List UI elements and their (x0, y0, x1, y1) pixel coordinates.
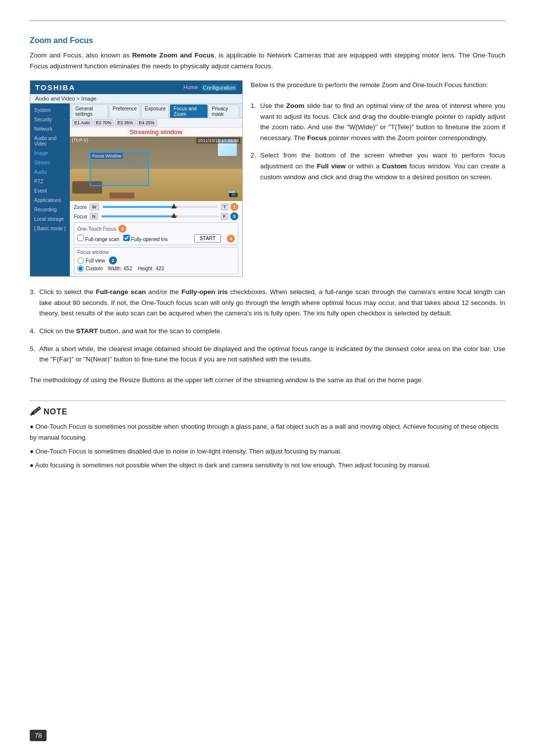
full-range-checkbox[interactable] (77, 235, 84, 241)
step4-num: 4. (30, 326, 35, 337)
sidebar-item-ptz[interactable]: PTZ (30, 177, 70, 186)
checkbox-row: Full-range scan Fully-opened Iris START … (77, 234, 235, 243)
streaming-label: Streaming window (70, 128, 242, 137)
page-number: 78 (30, 730, 47, 741)
cam-header: TOSHIBA Home Configuration (30, 81, 242, 94)
cam-controls: Zoom W T 1 Focus N (70, 201, 242, 276)
step-3: 3. Click to select the Full-range scan a… (30, 287, 505, 319)
note-2: ● One-Touch Focus is sometimes disabled … (30, 446, 505, 457)
page: Zoom and Focus Zoom and Focus, also know… (0, 0, 535, 756)
step4-text: Click on the START button, and wait for … (39, 326, 222, 337)
sidebar-item-network[interactable]: Network (30, 124, 70, 134)
resize-btn-70[interactable]: E2 70% (94, 119, 114, 126)
zoom-t-button[interactable]: T (221, 203, 229, 210)
note-section: 🖉 NOTE ● One-Touch Focus is sometimes no… (30, 401, 505, 471)
zoom-control-row: Zoom W T 1 (74, 203, 238, 211)
sidebar-item-stream[interactable]: Stream (30, 158, 70, 167)
badge-5: 5 (230, 212, 238, 220)
step1-text: Use the Zoom slide bar to find an optima… (260, 101, 505, 143)
tab-exposure[interactable]: Exposure (141, 104, 169, 118)
tab-preference[interactable]: Preference (109, 104, 140, 118)
full-range-checkbox-label[interactable]: Full-range scan (77, 235, 119, 242)
cam-nav-config[interactable]: Configuration (201, 84, 237, 91)
fully-opened-text: Fully-opened Iris (131, 237, 167, 242)
badge-3: 3 (118, 225, 126, 233)
focus-f-button[interactable]: F (221, 213, 229, 220)
step2-num: 2. (251, 150, 256, 182)
focus-window-section: Focus window Full view 2 (74, 247, 238, 274)
steps-list-right: 1. Use the Zoom slide bar to find an opt… (251, 101, 505, 182)
cam-breadcrumb: Audio and Video > Image (30, 94, 242, 103)
step5-num: 5. (30, 344, 35, 365)
tab-privacy-mask[interactable]: Privacy mask (209, 104, 239, 118)
cam-sidebar: System Security Network Audio and Video … (30, 103, 70, 276)
zoom-w-button[interactable]: W (90, 203, 99, 210)
start-button[interactable]: START (194, 234, 221, 243)
note-bullets: ● One-Touch Focus is sometimes not possi… (30, 421, 505, 471)
custom-option[interactable]: Custom Width: 652 Height: 423 (77, 265, 235, 272)
right-col-intro: Below is the procedure to perform the re… (251, 80, 505, 91)
step1-num: 1. (251, 101, 256, 143)
step3-text: Click to select the Full-range scan and/… (39, 287, 505, 319)
full-view-option[interactable]: Full view 2 (77, 256, 235, 264)
step-5: 5. After a short while, the clearest ima… (30, 344, 505, 365)
sidebar-item-applications[interactable]: Applications (30, 196, 70, 205)
intro-bold: Remote Zoom and Focus (132, 51, 214, 59)
cam-nav-home[interactable]: Home (183, 84, 198, 91)
sidebar-item-recording[interactable]: Recording (30, 205, 70, 214)
fully-opened-checkbox[interactable] (123, 235, 130, 241)
step-1: 1. Use the Zoom slide bar to find an opt… (251, 101, 505, 143)
note-icon: 🖉 (30, 406, 40, 417)
sidebar-item-event[interactable]: Event (30, 186, 70, 196)
footer: 78 (30, 730, 47, 741)
badge-4: 4 (227, 235, 235, 243)
resize-btn-auto[interactable]: E1 Auto (72, 119, 93, 126)
note-3: ● Auto focusing is sometimes not possibl… (30, 460, 505, 471)
one-touch-focus-section: One-Touch Focus 3 Full-range scan (74, 222, 238, 245)
resize-btn-25[interactable]: E4 25% (137, 119, 158, 126)
note-1: ● One-Touch Focus is sometimes not possi… (30, 421, 505, 443)
top-border (30, 20, 505, 21)
step3-num: 3. (30, 287, 35, 319)
focus-slider-thumb[interactable] (171, 213, 176, 218)
focus-n-button[interactable]: N (90, 213, 98, 220)
section-title: Zoom and Focus (30, 36, 505, 45)
focus-slider-track[interactable] (102, 215, 218, 217)
badge-2: 2 (109, 256, 117, 264)
intro-text-start: Zoom and Focus, also known as (30, 51, 132, 59)
note-title: NOTE (44, 407, 67, 416)
badge-1: 1 (230, 203, 238, 211)
custom-text: Custom (86, 266, 103, 271)
fully-opened-checkbox-label[interactable]: Fully-opened Iris (123, 235, 168, 242)
zoom-slider-thumb[interactable] (171, 203, 176, 208)
cam-resize-btns: E1 Auto E2 70% E3 35% E4 25% (70, 118, 242, 128)
step2-text: Select from the bottom of the screen whe… (260, 150, 505, 182)
sidebar-item-local-storage[interactable]: Local storage (30, 214, 70, 224)
focus-label: Focus (74, 214, 90, 219)
sidebar-item-basic-mode[interactable]: [ Basic mode ] (30, 224, 70, 233)
focus-window-label: Focus Window (91, 153, 123, 159)
room-table (109, 193, 134, 199)
width-value: 652 (124, 266, 132, 271)
camera-ui: TOSHIBA Home Configuration Audio and Vid… (30, 81, 242, 276)
sidebar-item-image[interactable]: Image (30, 149, 70, 158)
resize-btn-35[interactable]: E3 35% (115, 119, 136, 126)
width-label: Width: (107, 266, 121, 271)
custom-radio[interactable] (77, 265, 84, 272)
sidebar-item-security[interactable]: Security (30, 115, 70, 124)
full-view-radio[interactable] (77, 257, 84, 264)
zoom-slider-track[interactable] (103, 206, 218, 208)
sidebar-item-audio[interactable]: Audio (30, 167, 70, 177)
cam-content: General settings Preference Exposure Foc… (70, 103, 242, 276)
note-header: 🖉 NOTE (30, 406, 505, 417)
sidebar-item-audio-video[interactable]: Audio and Video (30, 134, 70, 149)
intro-paragraph: Zoom and Focus, also known as Remote Zoo… (30, 50, 505, 71)
cam-tabs: General settings Preference Exposure Foc… (70, 103, 242, 118)
right-column: Below is the procedure to perform the re… (251, 80, 505, 277)
sidebar-item-system[interactable]: System (30, 105, 70, 115)
full-view-text: Full view (86, 258, 105, 263)
step-4: 4. Click on the START button, and wait f… (30, 326, 505, 337)
tab-focus-and-zoom[interactable]: Focus and Zoom (170, 104, 207, 118)
tab-general-settings[interactable]: General settings (72, 104, 108, 118)
height-label: Height: (138, 266, 154, 271)
